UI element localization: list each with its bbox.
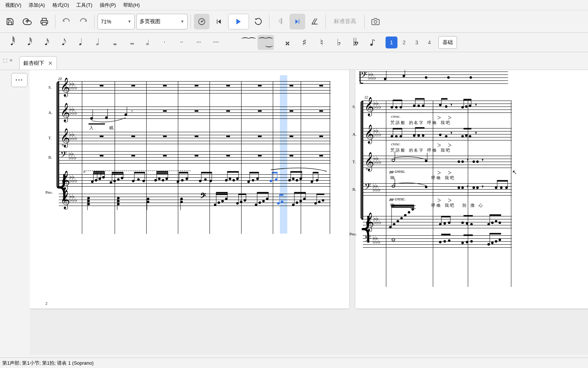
- svg-point-77: [270, 180, 272, 182]
- part-label-a: A.: [48, 110, 52, 115]
- slur-button[interactable]: ⁀⁐: [258, 35, 274, 50]
- triple-dot[interactable]: ···: [191, 35, 207, 50]
- voice-4[interactable]: 4: [424, 37, 435, 48]
- skip-back-button[interactable]: [211, 14, 227, 29]
- svg-point-98: [117, 197, 119, 199]
- svg-point-142: [318, 201, 320, 203]
- svg-rect-74: [250, 172, 259, 173]
- svg-point-191: [461, 135, 464, 137]
- note-16th[interactable]: 𝅘𝅥𝅯: [36, 35, 53, 50]
- metronome-button[interactable]: [194, 14, 210, 29]
- double-flat[interactable]: 𝄫: [348, 35, 364, 50]
- staff-fragment: 𝄢 ♭♭♭♭♭: [359, 72, 508, 83]
- dot[interactable]: ·: [156, 35, 173, 50]
- score-canvas[interactable]: 20 S. 𝄞 ♭♭♭♭♭ A. 𝄞 ♭♭♭♭♭ 𝄾 入 眠: [30, 70, 588, 355]
- undo-button[interactable]: [58, 14, 74, 29]
- sharp[interactable]: ♯: [296, 35, 313, 50]
- svg-point-255: [461, 242, 464, 244]
- layer-basic[interactable]: 基础: [438, 36, 457, 49]
- tab-close-icon[interactable]: ✕: [48, 60, 53, 67]
- menu-format[interactable]: 格式(O): [49, 0, 73, 10]
- svg-point-192: [465, 134, 467, 137]
- more-button[interactable]: ···: [11, 73, 28, 87]
- svg-text:𝄾: 𝄾: [475, 104, 477, 106]
- svg-point-210: [461, 187, 464, 189]
- dynamic-pp-cresc: pp cresc.: [390, 197, 406, 201]
- key-signature: ♭♭♭♭♭: [373, 217, 381, 224]
- svg-point-44: [154, 179, 157, 181]
- svg-rect-194: [464, 128, 471, 129]
- part-label-s: S.: [48, 85, 52, 89]
- svg-point-206: [392, 185, 395, 187]
- svg-point-160: [418, 105, 420, 107]
- svg-point-154: [395, 106, 397, 108]
- svg-text:𝄾: 𝄾: [131, 110, 133, 112]
- svg-point-222: [393, 223, 395, 225]
- note-quarter[interactable]: 𝅘𝅥: [71, 35, 87, 50]
- score-tab[interactable]: 銀杏樹下 ✕: [19, 56, 57, 70]
- treble-clef-icon: 𝄞: [60, 77, 70, 96]
- menu-tools[interactable]: 工具(T): [73, 0, 96, 10]
- svg-rect-49: [157, 173, 168, 174]
- natural[interactable]: ♮: [313, 35, 330, 50]
- svg-point-165: [439, 104, 441, 106]
- note-breve[interactable]: 𝅜: [122, 35, 138, 50]
- svg-text:𝄾: 𝄾: [451, 104, 452, 106]
- redo-button[interactable]: [76, 14, 91, 29]
- svg-point-159: [413, 105, 415, 107]
- svg-point-261: [495, 240, 497, 242]
- svg-point-226: [408, 211, 410, 213]
- play-button[interactable]: [228, 14, 249, 29]
- save-button[interactable]: [2, 14, 18, 29]
- skip-end-button[interactable]: [290, 14, 305, 29]
- quad-dot[interactable]: ····: [208, 35, 224, 50]
- voice-3[interactable]: 3: [411, 37, 423, 48]
- voice-1[interactable]: 1: [386, 37, 397, 48]
- menu-help[interactable]: 帮助(H): [119, 0, 143, 10]
- menu-plugins[interactable]: 插件(P): [96, 0, 119, 10]
- note-32nd[interactable]: 𝅘𝅥𝅰: [19, 35, 36, 50]
- panel-expand-icon[interactable]: ⛶: [3, 58, 7, 63]
- part-label-pno: Pno.: [349, 232, 357, 236]
- count-in-button[interactable]: [307, 14, 322, 29]
- note-longa[interactable]: 𝆷: [139, 35, 156, 50]
- staff-tenor-r: T. 𝄞 8 ♭♭♭♭♭ 𝄾𝄾 pp cresc. > > 嗚 呼 喚 我 吧: [363, 156, 512, 168]
- key-signature: ♭♭♭♭♭: [69, 107, 77, 115]
- svg-rect-254: [441, 234, 450, 235]
- panel-close-icon[interactable]: ✕: [9, 58, 13, 63]
- svg-point-224: [400, 217, 403, 219]
- note-64th[interactable]: 𝅘𝅥𝅱: [2, 35, 19, 50]
- loop-button[interactable]: [250, 14, 266, 29]
- voice-2[interactable]: 2: [398, 37, 410, 48]
- key-signature: ♭♭♭♭♭: [69, 133, 77, 140]
- note-8th[interactable]: 𝅘𝅥𝅮: [54, 35, 70, 50]
- menu-view[interactable]: 视图(V): [1, 0, 25, 10]
- treble-clef-icon: 𝄞: [364, 124, 374, 143]
- menu-add[interactable]: 添加(A): [25, 0, 48, 10]
- zoom-combo[interactable]: 71%▼: [98, 14, 135, 29]
- svg-point-111: [221, 200, 224, 202]
- note-half[interactable]: 𝅗𝅥: [88, 35, 104, 50]
- svg-point-38: [132, 180, 134, 182]
- screenshot-button[interactable]: [368, 14, 383, 29]
- svg-marker-4: [218, 19, 221, 24]
- svg-point-67: [236, 178, 239, 180]
- svg-point-250: [392, 239, 395, 241]
- svg-rect-37: [112, 174, 123, 175]
- repeat-button[interactable]: 𝄇: [272, 14, 288, 29]
- svg-point-78: [275, 178, 277, 181]
- note-whole[interactable]: 𝅝: [105, 35, 121, 50]
- print-button[interactable]: [36, 14, 52, 29]
- svg-rect-48: [157, 171, 168, 172]
- svg-point-15: [105, 117, 108, 119]
- double-dot[interactable]: ··: [173, 35, 190, 50]
- tie-button[interactable]: ⁀⁀: [240, 35, 257, 50]
- flip-button[interactable]: [365, 35, 381, 50]
- cloud-button[interactable]: [19, 14, 35, 29]
- key-signature: ♭♭♭♭♭: [373, 236, 380, 244]
- view-mode-combo[interactable]: 多页视图▼: [136, 14, 188, 29]
- double-sharp[interactable]: 𝄪: [279, 35, 295, 50]
- part-label-b: B.: [48, 155, 52, 159]
- flat[interactable]: ♭: [330, 35, 347, 50]
- chevron-down-icon: ▼: [180, 19, 184, 23]
